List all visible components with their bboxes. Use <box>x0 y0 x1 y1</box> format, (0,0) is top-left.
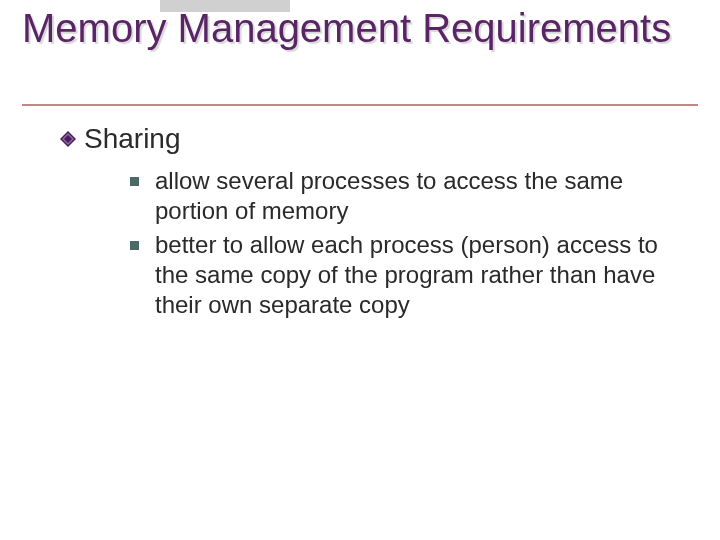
square-bullet-icon <box>130 241 139 250</box>
slide: Memory Management Requirements Sharing a… <box>0 0 720 540</box>
bullet-text: allow several processes to access the sa… <box>155 166 675 226</box>
slide-title: Memory Management Requirements <box>22 6 690 51</box>
square-bullet-icon <box>130 177 139 186</box>
section-heading: Sharing <box>84 122 181 156</box>
slide-body: Sharing allow several processes to acces… <box>60 122 680 324</box>
section-heading-row: Sharing <box>60 122 680 156</box>
list-item: allow several processes to access the sa… <box>130 166 680 226</box>
bullet-text: better to allow each process (person) ac… <box>155 230 675 320</box>
diamond-bullet-icon <box>60 131 76 151</box>
bullet-list: allow several processes to access the sa… <box>130 166 680 320</box>
list-item: better to allow each process (person) ac… <box>130 230 680 320</box>
title-underline <box>22 104 698 106</box>
